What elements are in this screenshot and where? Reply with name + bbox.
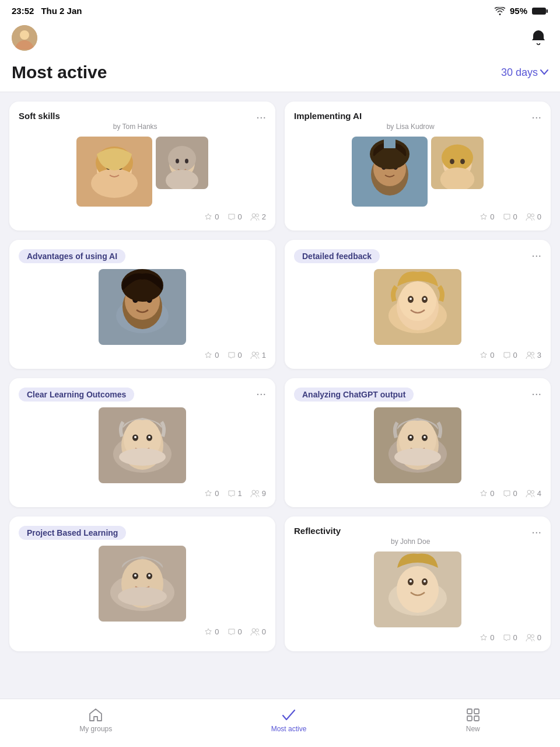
notification-bell-button[interactable] [528, 27, 548, 50]
card-subtitle: by Tom Hanks [19, 123, 251, 131]
svg-rect-26 [384, 137, 396, 148]
card-1[interactable]: Soft skills by Tom Hanks ··· [9, 102, 275, 231]
star-icon [480, 634, 488, 642]
filter-label: 30 days [501, 67, 538, 79]
card-title: Soft skills [19, 111, 60, 121]
filter-button[interactable]: 30 days [501, 67, 548, 79]
more-options-button[interactable]: ··· [527, 249, 541, 261]
more-options-button[interactable]: ··· [527, 526, 541, 537]
nav-item-my-groups[interactable]: My groups [68, 705, 124, 735]
card-images [19, 407, 266, 483]
card-images [294, 137, 541, 207]
avatar[interactable] [12, 25, 37, 51]
page-title: Most active [12, 62, 107, 82]
svg-point-33 [527, 214, 531, 217]
card-footer: 0 0 4 [294, 489, 541, 498]
members-icon [526, 634, 535, 642]
star-count: 0 [204, 489, 219, 498]
svg-point-34 [531, 214, 534, 217]
nav-item-new[interactable]: New [454, 705, 492, 735]
card-7[interactable]: Project Based Learning 0 [9, 516, 275, 651]
star-icon [204, 351, 212, 359]
card-8[interactable]: Reflectivity by John Doe ··· 0 [285, 516, 551, 651]
card-image [374, 269, 461, 345]
card-header: Project Based Learning [19, 526, 266, 540]
card-subtitle: by John Doe [294, 537, 527, 546]
card-footer: 0 1 9 [19, 489, 266, 498]
svg-point-96 [531, 634, 534, 637]
home-icon [88, 707, 103, 722]
svg-point-16 [252, 214, 256, 217]
star-icon [480, 213, 488, 221]
svg-point-87 [256, 629, 258, 631]
bottom-nav: My groups Most active New [0, 699, 560, 747]
comment-count: 0 [503, 351, 517, 359]
svg-point-76 [527, 490, 531, 494]
comment-count: 0 [228, 351, 242, 359]
nav-label-new: New [466, 725, 480, 733]
card-title-area: Analyzing ChatGPT output [294, 388, 527, 402]
card-title-badge: Advantages of using AI [19, 249, 125, 263]
card-image-1 [76, 137, 152, 207]
grid-icon [466, 707, 481, 722]
svg-rect-1 [547, 9, 548, 13]
comment-icon [503, 351, 511, 359]
more-options-button[interactable]: ··· [251, 111, 266, 123]
star-count: 0 [480, 212, 494, 221]
chevron-down-icon [540, 69, 548, 75]
header [0, 20, 560, 58]
comment-count: 0 [228, 627, 242, 636]
nav-label-most-active: Most active [271, 725, 307, 733]
svg-point-77 [531, 490, 534, 493]
card-6[interactable]: Analyzing ChatGPT output ··· 0 [285, 378, 551, 507]
svg-point-30 [450, 159, 454, 164]
comment-icon [503, 634, 511, 642]
svg-point-44 [252, 352, 256, 355]
more-options-button[interactable]: ··· [527, 388, 541, 399]
card-4[interactable]: Detailed feedback ··· 0 [285, 240, 551, 369]
nav-item-most-active[interactable]: Most active [260, 705, 318, 735]
card-title-area: Project Based Learning [19, 526, 266, 540]
battery-percent: 95% [510, 6, 527, 16]
svg-point-64 [119, 448, 166, 466]
members-icon [250, 213, 260, 221]
svg-rect-0 [532, 8, 546, 15]
card-images [19, 137, 266, 207]
card-title-area: Clear Learning Outcomes [19, 388, 251, 402]
card-title-badge: Project Based Learning [19, 526, 126, 540]
card-footer: 0 0 0 [294, 633, 541, 642]
more-options-button[interactable]: ··· [251, 388, 266, 399]
star-icon [480, 490, 488, 498]
svg-point-95 [527, 634, 531, 638]
card-2[interactable]: Implementing AI by Lisa Kudrow ··· [285, 102, 551, 231]
member-count: 0 [250, 627, 266, 636]
card-footer: 0 0 0 [19, 627, 266, 636]
svg-point-53 [424, 298, 426, 300]
nav-label-my-groups: My groups [79, 725, 112, 733]
card-image-2 [156, 137, 208, 189]
card-3[interactable]: Advantages of using AI 0 [9, 240, 275, 369]
page-title-area: Most active 30 days [0, 58, 560, 92]
battery-icon [532, 7, 548, 15]
svg-point-7 [91, 169, 138, 198]
svg-point-63 [148, 436, 150, 438]
svg-rect-100 [474, 716, 479, 721]
card-header: Clear Learning Outcomes ··· [19, 388, 266, 402]
svg-point-13 [176, 159, 179, 163]
svg-point-31 [460, 159, 465, 164]
card-footer: 0 0 1 [19, 351, 266, 359]
svg-point-90 [397, 566, 439, 613]
card-5[interactable]: Clear Learning Outcomes ··· 0 [9, 378, 275, 507]
star-icon [204, 490, 212, 498]
star-icon [480, 351, 488, 359]
card-image [374, 407, 461, 483]
star-count: 0 [480, 351, 494, 359]
card-title-badge: Analyzing ChatGPT output [294, 388, 414, 402]
star-count: 0 [480, 489, 494, 498]
comment-icon [228, 490, 236, 498]
comment-icon [228, 213, 236, 221]
card-images [294, 269, 541, 345]
svg-point-54 [527, 352, 531, 355]
more-options-button[interactable]: ··· [527, 111, 541, 123]
wifi-icon [495, 7, 505, 15]
